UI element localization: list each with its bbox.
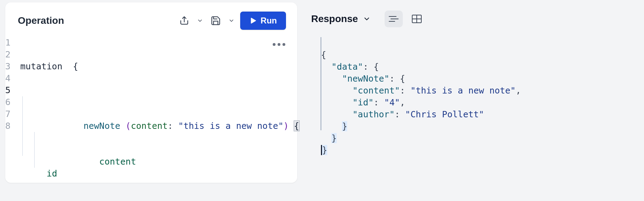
line-number: 8	[5, 120, 10, 132]
operation-toolbar: Run	[177, 12, 286, 30]
response-title-dropdown[interactable]: Response	[311, 13, 371, 25]
code-line: newNote (content: "this is a new note") …	[20, 96, 299, 108]
code-line: mutation {	[20, 61, 299, 72]
run-button-label: Run	[260, 16, 277, 26]
chevron-down-icon	[363, 15, 371, 23]
code-line: id	[20, 168, 299, 180]
more-options-icon	[273, 43, 276, 46]
run-button[interactable]: Run	[240, 12, 286, 30]
line-number: 2	[5, 49, 10, 61]
response-body[interactable]: { "data": { "newNote": { "content": "thi…	[321, 37, 644, 156]
line-number: 6	[5, 96, 10, 108]
code-line: content	[20, 132, 299, 144]
more-options-icon	[282, 43, 285, 46]
line-number: 3	[5, 61, 10, 72]
json-view-icon	[388, 15, 399, 23]
more-options-icon	[278, 43, 280, 46]
operation-panel: Operation	[5, 2, 297, 183]
line-number: 4	[5, 72, 10, 84]
response-title: Response	[311, 13, 358, 25]
response-header: Response	[311, 11, 644, 27]
line-number: 1	[5, 37, 10, 49]
line-number: 7	[5, 108, 10, 120]
share-button[interactable]	[177, 14, 191, 28]
svg-marker-0	[251, 18, 256, 23]
operation-title: Operation	[18, 15, 64, 26]
chevron-down-icon	[228, 18, 235, 24]
operation-header: Operation	[5, 2, 297, 33]
json-view-button[interactable]	[385, 11, 403, 27]
table-view-icon	[412, 14, 422, 23]
share-icon	[179, 15, 189, 26]
response-panel: Response { "data": { "newNote": { "conte…	[301, 0, 644, 201]
save-button[interactable]	[209, 14, 223, 28]
table-view-button[interactable]	[408, 11, 426, 27]
save-menu-button[interactable]	[228, 14, 235, 28]
share-menu-button[interactable]	[196, 14, 204, 28]
code-editor[interactable]: 1 2 3 4 5 6 7 8 mutation { newNote (cont…	[5, 33, 297, 201]
save-icon	[210, 15, 221, 26]
play-icon	[249, 17, 257, 25]
chevron-down-icon	[197, 18, 203, 24]
more-options-button[interactable]	[273, 43, 285, 46]
fold-indicator	[321, 37, 321, 130]
code-area[interactable]: mutation { newNote (content: "this is a …	[20, 37, 299, 201]
line-number: 5	[5, 84, 10, 96]
response-view-toggle	[385, 11, 426, 27]
line-number-gutter: 1 2 3 4 5 6 7 8	[5, 37, 20, 201]
